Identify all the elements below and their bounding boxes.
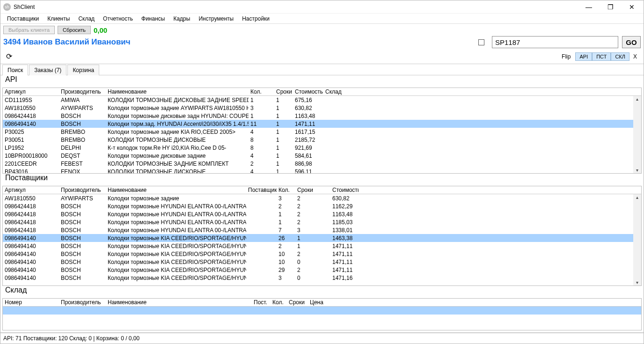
close-button[interactable]: ✕ <box>621 0 643 14</box>
chip-api[interactable]: API <box>575 52 592 61</box>
suppliers-title: Поставщики <box>2 174 642 183</box>
scroll-down-icon[interactable]: ▾ <box>636 167 638 173</box>
sup-hdr-term[interactable]: Сроки <box>295 187 330 193</box>
table-row[interactable]: AW1810550AYWIPARTSКолодки тормозные задн… <box>3 194 633 202</box>
table-row[interactable] <box>3 307 641 315</box>
scroll-up-icon[interactable]: ▴ <box>636 194 638 200</box>
tab-cart[interactable]: Корзина <box>67 65 99 75</box>
suppliers-scrollbar[interactable]: ▴ ▾ <box>633 194 641 285</box>
table-row[interactable]: BP43016FENOXКОЛОДКИ ТОРМОЗНЫЕ ДИСКОВЫЕ41… <box>3 168 633 173</box>
cell: 0986494140 <box>3 235 59 242</box>
menu-clients[interactable]: Клиенты <box>44 15 73 23</box>
sup-hdr-cost[interactable]: Стоимость <box>330 187 359 193</box>
menu-suppliers[interactable]: Поставщики <box>3 15 43 23</box>
menu-finance[interactable]: Финансы <box>138 15 168 23</box>
table-row[interactable]: P30051BREMBOКОЛОДКИ ТОРМОЗНЫЕ ДИСКОВЫЕ81… <box>3 136 633 144</box>
table-row[interactable]: P30025BREMBOКолодки тормозные задние KIA… <box>3 128 633 136</box>
table-row[interactable]: 0986424418BOSCHКолодки тормозные HYUNDAI… <box>3 210 633 218</box>
cell: AMIWA <box>59 97 106 103</box>
api-hdr-manufacturer[interactable]: Производитель <box>59 88 106 95</box>
table-row[interactable]: 0986494140BOSCHКолодки тормозные KIA CEE… <box>3 266 633 274</box>
cell: 11 <box>249 121 274 127</box>
sup-hdr-name[interactable]: Наименование <box>106 187 246 193</box>
cell: 2185,72 <box>293 137 323 143</box>
flip-label[interactable]: Flip <box>557 52 575 61</box>
table-row[interactable]: 2201CEEDRFEBESTКОЛОДКИ ТОРМОЗНЫЕ ЗАДНИЕ … <box>3 160 633 168</box>
cell: Колодки тормозные задние <box>106 195 246 202</box>
menu-tools[interactable]: Инструменты <box>195 15 237 23</box>
menu-reports[interactable]: Отчетность <box>99 15 137 23</box>
client-name[interactable]: 3494 Иванов Василий Иванович <box>3 37 475 47</box>
table-row[interactable]: CD11195SAMIWAКОЛОДКИ ТОРМОЗНЫЕ ДИСКОВЫЕ … <box>3 96 633 104</box>
table-row[interactable]: 0986494140BOSCHКолодки тормозные KIA CEE… <box>3 258 633 266</box>
cell: BOSCH <box>59 259 106 265</box>
api-scrollbar[interactable]: ▴ ▾ <box>633 96 641 173</box>
cell: 4 <box>249 129 274 135</box>
cell: КОЛОДКИ ТОРМОЗНЫЕ ДИСКОВЫЕ ЗАДНИЕ SPEED … <box>106 97 249 103</box>
scroll-up-icon[interactable]: ▴ <box>636 96 638 102</box>
cell: P30051 <box>3 137 59 143</box>
api-hdr-wh[interactable]: Склад <box>323 88 351 95</box>
skl-hdr-post[interactable]: Пост. <box>252 299 271 306</box>
skl-hdr-qty[interactable]: Кол. <box>271 299 287 306</box>
table-row[interactable]: 0986494140BOSCHКолодки торм.зад. HYUNDAI… <box>3 120 633 128</box>
cell: 0986424418 <box>3 227 59 234</box>
table-row[interactable]: 0986494140BOSCHКолодки тормозные KIA CEE… <box>3 274 633 282</box>
table-row[interactable]: 0986494140BOSCHКолодки тормозные KIA CEE… <box>3 242 633 250</box>
table-row[interactable]: 0986494140BOSCHКолодки тормозные KIA CEE… <box>3 250 633 258</box>
chip-skl[interactable]: СКЛ <box>611 52 629 61</box>
cell: 1 <box>274 161 293 167</box>
table-row[interactable]: 0986494140BOSCHКолодки тормозные KIA CEE… <box>3 234 633 242</box>
cell: 3 <box>249 105 274 111</box>
cell: 0986424418 <box>3 203 59 210</box>
api-hdr-article[interactable]: Артикул <box>3 88 59 95</box>
api-hdr-name[interactable]: Наименование <box>106 88 249 95</box>
titlebar: sh ShClient ― ❐ ✕ <box>0 0 644 14</box>
close-panel-button[interactable]: X <box>629 52 641 61</box>
scroll-down-icon[interactable]: ▾ <box>636 279 638 285</box>
chip-pst[interactable]: ПСТ <box>592 52 611 61</box>
table-row[interactable]: 0986424418BOSCHКолодки тормозные HYUNDAI… <box>3 218 633 226</box>
flip-checkbox-placeholder[interactable] <box>478 39 484 45</box>
reset-button[interactable]: Сбросить <box>58 26 91 34</box>
menu-settings[interactable]: Настройки <box>238 15 273 23</box>
skl-hdr-number[interactable]: Номер <box>3 299 59 306</box>
api-hdr-qty[interactable]: Кол. <box>249 88 274 95</box>
cell: 2 <box>295 251 330 257</box>
menu-hr[interactable]: Кадры <box>169 15 194 23</box>
skl-hdr-manufacturer[interactable]: Производитель <box>59 299 106 306</box>
cell: DEQST <box>59 153 106 159</box>
go-button[interactable]: GO <box>622 36 641 48</box>
api-title: API <box>2 75 642 85</box>
cell: Колодки тормозные KIA CEED/RIO/SPORTAGE/… <box>106 275 246 281</box>
table-row[interactable]: LP1952DELPHIК-т колодок торм.Re HY i20,K… <box>3 144 633 152</box>
menu-warehouse[interactable]: Склад <box>74 15 98 23</box>
maximize-button[interactable]: ❐ <box>600 0 621 14</box>
cell: Колодки тормозные задние AYWIPARTS AW181… <box>106 105 249 111</box>
tab-orders[interactable]: Заказы (7) <box>29 65 66 75</box>
table-row[interactable]: 0986424418BOSCHКолодки тормозные HYUNDAI… <box>3 226 633 234</box>
cell: 1 <box>274 121 293 127</box>
sup-hdr-article[interactable]: Артикул <box>3 187 59 193</box>
tab-search[interactable]: Поиск <box>2 65 28 75</box>
search-input[interactable] <box>492 36 618 48</box>
cell: 1617,15 <box>293 129 323 135</box>
table-row[interactable]: 0986424418BOSCHКолодки тормозные дисковы… <box>3 112 633 120</box>
table-row[interactable]: AW1810550AYWIPARTSКолодки тормозные задн… <box>3 104 633 112</box>
api-hdr-cost[interactable]: Стоимость <box>293 88 323 95</box>
select-client-button[interactable]: Выбрать клиента <box>3 26 55 34</box>
api-hdr-term[interactable]: Сроки <box>274 88 293 95</box>
skl-hdr-price[interactable]: Цена <box>308 299 334 306</box>
cell: 1463,38 <box>330 235 359 242</box>
sup-hdr-suppliers[interactable]: Поставщики <box>246 187 277 193</box>
minimize-button[interactable]: ― <box>578 0 600 14</box>
skl-hdr-name[interactable]: Наименование <box>106 299 252 306</box>
skl-hdr-term[interactable]: Сроки <box>287 299 308 306</box>
table-row[interactable]: 10BPR00018000DEQSTКолодки тормозные диск… <box>3 152 633 160</box>
table-row[interactable]: 0986424418BOSCHКолодки тормозные HYUNDAI… <box>3 202 633 210</box>
sup-hdr-manufacturer[interactable]: Производитель <box>59 187 106 193</box>
refresh-icon[interactable]: ⟳ <box>3 51 15 62</box>
cell: BOSCH <box>59 113 106 119</box>
cell: К-т колодок торм.Re HY i20,KIA Rio,Cee D… <box>106 145 249 151</box>
sup-hdr-qty[interactable]: Кол. <box>277 187 295 193</box>
